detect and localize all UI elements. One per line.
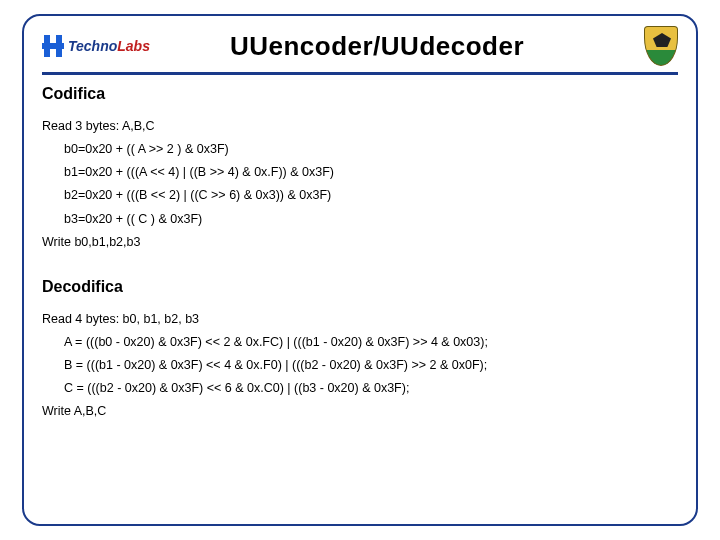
decodifica-body: Read 4 bytes: b0, b1, b2, b3 A = (((b0 -… — [42, 308, 678, 424]
slide-header: TechnoLabs UUencoder/UUdecoder — [42, 26, 678, 75]
codifica-section: Codifica Read 3 bytes: A,B,C b0=0x20 + (… — [42, 85, 678, 254]
brand-prefix: Techno — [68, 38, 117, 54]
crest-icon — [644, 26, 678, 66]
codifica-b3-line: b3=0x20 + (( C ) & 0x3F) — [42, 208, 678, 231]
decodifica-b-line: B = (((b1 - 0x20) & 0x3F) << 4 & 0x.F0) … — [42, 354, 678, 377]
codifica-heading: Codifica — [42, 85, 678, 103]
decodifica-write-line: Write A,B,C — [42, 404, 106, 418]
codifica-write-line: Write b0,b1,b2,b3 — [42, 235, 140, 249]
slide-title: UUencoder/UUdecoder — [122, 31, 632, 62]
codifica-b0-line: b0=0x20 + (( A >> 2 ) & 0x3F) — [42, 138, 678, 161]
codifica-body: Read 3 bytes: A,B,C b0=0x20 + (( A >> 2 … — [42, 115, 678, 254]
logo-mark-icon — [42, 35, 64, 57]
codifica-b1-line: b1=0x20 + (((A << 4) | ((B >> 4) & 0x.F)… — [42, 161, 678, 184]
codifica-read-line: Read 3 bytes: A,B,C — [42, 119, 155, 133]
decodifica-a-line: A = (((b0 - 0x20) & 0x3F) << 2 & 0x.FC) … — [42, 331, 678, 354]
decodifica-heading: Decodifica — [42, 278, 678, 296]
codifica-b2-line: b2=0x20 + (((B << 2) | ((C >> 6) & 0x3))… — [42, 184, 678, 207]
decodifica-c-line: C = (((b2 - 0x20) & 0x3F) << 6 & 0x.C0) … — [42, 377, 678, 400]
decodifica-section: Decodifica Read 4 bytes: b0, b1, b2, b3 … — [42, 278, 678, 424]
decodifica-read-line: Read 4 bytes: b0, b1, b2, b3 — [42, 312, 199, 326]
slide-frame: TechnoLabs UUencoder/UUdecoder Codifica … — [22, 14, 698, 526]
